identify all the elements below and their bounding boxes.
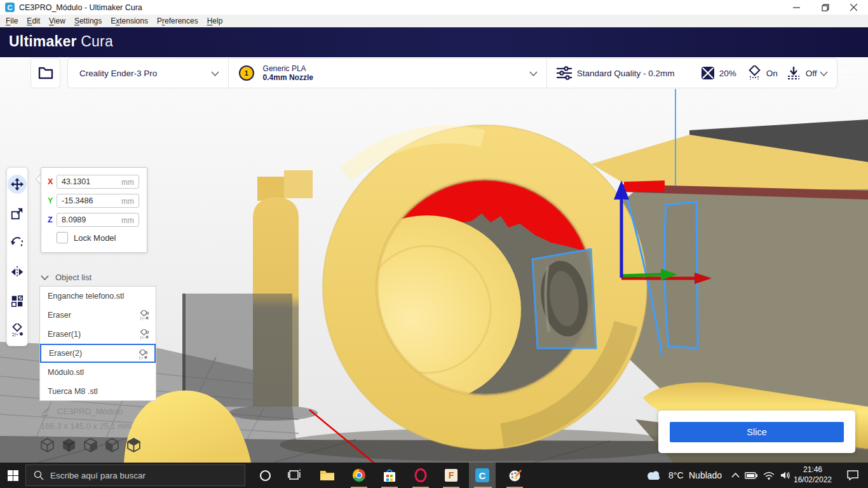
adhesion-value: Off [806, 69, 817, 78]
file-explorer-button[interactable] [315, 463, 340, 488]
view-left-icon[interactable] [104, 437, 120, 453]
weather-desc[interactable]: Nublado [689, 470, 722, 480]
scale-icon [10, 207, 24, 220]
wifi-indicator[interactable] [760, 463, 778, 488]
fusion360-icon: F [444, 468, 458, 482]
rename-pencil-icon [41, 406, 52, 416]
wifi-icon [763, 471, 775, 480]
configuration-bar: Creality Ender-3 Pro 1 Generic PLA 0.4mm… [67, 58, 837, 88]
x-axis-label: X [48, 177, 57, 186]
clock-time: 21:46 [793, 464, 832, 475]
material-selector[interactable]: 1 Generic PLA 0.4mm Nozzle [228, 58, 546, 88]
support-blocker-tool[interactable] [8, 321, 27, 340]
mirror-icon [10, 265, 24, 279]
taskbar-clock[interactable]: 21:46 16/02/2022 [793, 464, 832, 485]
mirror-tool[interactable] [8, 262, 27, 281]
view-front-icon[interactable] [61, 437, 77, 453]
paint3d-icon [508, 468, 522, 482]
camera-view-buttons [39, 437, 142, 453]
y-unit: mm [121, 197, 134, 206]
task-view-icon [288, 470, 301, 481]
chevron-down-icon [529, 71, 538, 76]
battery-indicator[interactable] [742, 463, 760, 488]
object-list-item[interactable]: Eraser [40, 306, 156, 325]
scale-tool[interactable] [8, 204, 27, 223]
volume-indicator[interactable] [776, 463, 794, 488]
menu-file[interactable]: File [1, 17, 22, 25]
chrome-button[interactable] [346, 463, 372, 488]
chrome-icon [352, 468, 366, 482]
extruder-badge: 1 [239, 65, 254, 81]
microsoft-store-button[interactable] [377, 463, 402, 488]
task-view-button[interactable] [281, 463, 307, 488]
weather-temp[interactable]: 8°C [668, 470, 684, 480]
start-button[interactable] [0, 463, 25, 488]
move-icon [10, 177, 24, 191]
eraser-shadow-box [182, 294, 292, 407]
opera-gx-button[interactable] [408, 463, 433, 488]
object-list-title: Object list [55, 273, 92, 282]
cura-taskbar-button[interactable]: C [470, 463, 495, 488]
object-list-item[interactable]: Módulo.stl [40, 363, 156, 382]
close-button[interactable] [839, 0, 868, 15]
cura-icon: C [475, 468, 490, 483]
object-list-header[interactable]: Object list [41, 273, 92, 282]
cloud-icon [646, 470, 662, 481]
menu-help[interactable]: Help [203, 17, 227, 25]
speaker-icon [780, 471, 791, 480]
paint3d-button[interactable] [502, 463, 527, 488]
cortana-button[interactable] [252, 463, 278, 488]
menu-preferences[interactable]: Preferences [153, 17, 203, 25]
menu-view[interactable]: View [44, 17, 70, 25]
model-dimensions: 166.3 x 145.0 x 25.1 mm [41, 421, 132, 431]
window-title: CE3PRO_Módulo - Ultimaker Cura [19, 3, 142, 12]
minimize-button[interactable] [782, 0, 811, 15]
menu-settings[interactable]: Settings [70, 17, 106, 25]
folder-icon [38, 67, 53, 79]
menu-extensions[interactable]: Extensions [106, 17, 153, 25]
rotate-tool[interactable] [8, 233, 27, 252]
support-value: On [766, 69, 778, 78]
object-list-item-selected[interactable]: Eraser(2) [40, 344, 156, 363]
printer-name: Creality Ender-3 Pro [79, 69, 157, 78]
support-blocker-icon [10, 323, 24, 337]
object-list-item[interactable]: Enganche telefono.stl [40, 287, 156, 306]
microsoft-store-icon [383, 468, 397, 482]
move-tool[interactable] [8, 175, 27, 194]
tool-panel [6, 167, 28, 346]
support-blocker-icon [137, 349, 148, 360]
open-file-button[interactable] [31, 58, 60, 88]
menu-edit[interactable]: Edit [22, 17, 44, 25]
position-panel: X mm Y mm Z mm Lock Model [41, 167, 147, 253]
action-center-button[interactable] [840, 463, 865, 488]
slice-button[interactable]: Slice [670, 422, 844, 442]
chevron-up-icon [731, 473, 740, 478]
viewport-3d[interactable] [0, 57, 868, 463]
view-3d-icon[interactable] [39, 437, 55, 453]
project-name-row[interactable]: CE3PRO_Módulo [41, 406, 123, 416]
taskbar-search[interactable]: Escribe aquí para buscar [25, 464, 245, 486]
module-ring-model [323, 125, 647, 449]
action-panel: Slice [658, 410, 855, 453]
rotate-icon [10, 236, 24, 250]
object-list-item[interactable]: Tuerca M8 .stl [40, 382, 156, 401]
infill-icon [701, 66, 715, 80]
view-right-icon[interactable] [126, 437, 142, 453]
weather-widget[interactable] [643, 463, 665, 488]
lock-model-checkbox[interactable] [57, 232, 68, 243]
file-explorer-icon [320, 469, 335, 482]
per-model-settings-tool[interactable] [8, 292, 27, 311]
z-axis-label: Z [48, 215, 57, 224]
view-top-icon[interactable] [83, 437, 98, 453]
app-header: Ultimaker Cura PREPARE PREVIEW MONITOR M… [0, 27, 868, 57]
print-settings-selector[interactable]: Standard Quality - 0.2mm 20% On [546, 58, 837, 88]
search-icon [34, 470, 44, 480]
support-blocker-selected[interactable] [532, 249, 596, 348]
cura-window-icon: C [5, 3, 15, 12]
object-list-item[interactable]: Eraser(1) [40, 325, 156, 344]
material-name: Generic PLA [263, 64, 313, 73]
printer-selector[interactable]: Creality Ender-3 Pro [68, 58, 228, 88]
windows-taskbar: Escribe aquí para buscar [0, 463, 868, 488]
restore-button[interactable] [811, 0, 839, 15]
fusion360-button[interactable]: F [438, 463, 464, 488]
